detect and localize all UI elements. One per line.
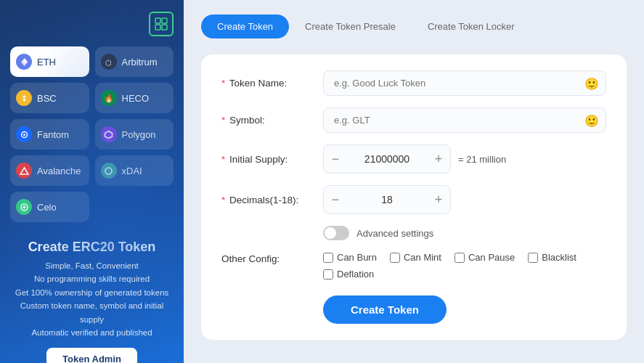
advanced-settings-toggle[interactable] bbox=[323, 226, 349, 240]
polygon-icon bbox=[101, 126, 117, 142]
token-name-label: * Token Name: bbox=[221, 78, 323, 89]
sidebar-item-avalanche[interactable]: Avalanche bbox=[10, 155, 89, 186]
svg-rect-2 bbox=[155, 25, 160, 30]
sidebar-item-label-avalanche: Avalanche bbox=[37, 166, 81, 176]
svg-rect-3 bbox=[162, 25, 167, 30]
sidebar-title: Create ERC20 Token bbox=[10, 240, 174, 255]
svg-point-10 bbox=[23, 134, 25, 136]
decimals-increment-button[interactable]: + bbox=[427, 186, 450, 213]
decimals-decrement-button[interactable]: − bbox=[324, 186, 347, 213]
sidebar-logo bbox=[10, 12, 174, 36]
tab-bar: Create Token Create Token Presale Create… bbox=[201, 15, 627, 38]
sidebar-item-label-celo: Celo bbox=[37, 202, 57, 213]
blacklist-checkbox[interactable] bbox=[528, 253, 538, 263]
supply-controls: − + = 21 million bbox=[323, 144, 506, 174]
sidebar-item-xdai[interactable]: xDAI bbox=[95, 155, 174, 186]
tab-create-locker[interactable]: Create Token Locker bbox=[412, 15, 531, 38]
create-btn-wrap: Create Token bbox=[221, 295, 606, 324]
sidebar-item-label-bsc: BSC bbox=[37, 93, 57, 104]
can-pause-checkbox[interactable] bbox=[455, 253, 465, 263]
main-content: Create Token Create Token Presale Create… bbox=[184, 0, 644, 363]
celo-icon bbox=[16, 199, 32, 215]
supply-increment-button[interactable]: + bbox=[427, 145, 450, 173]
token-name-row: * Token Name: 🙂 bbox=[221, 70, 606, 96]
svg-point-13 bbox=[105, 168, 112, 174]
sidebar-desc-text: Simple, Fast, Convenient No programming … bbox=[10, 259, 174, 339]
blacklist-item[interactable]: Blacklist bbox=[528, 252, 576, 263]
sidebar-item-label-polygon: Polygon bbox=[122, 129, 156, 140]
svg-marker-7 bbox=[23, 95, 26, 98]
can-pause-item[interactable]: Can Pause bbox=[455, 252, 515, 263]
fantom-icon bbox=[16, 126, 32, 142]
svg-rect-0 bbox=[155, 18, 160, 23]
svg-text:⬡: ⬡ bbox=[105, 59, 112, 67]
sidebar-item-label-eth: ETH bbox=[37, 57, 56, 68]
other-config-label: Other Config: bbox=[221, 252, 323, 264]
deflation-label: Deflation bbox=[337, 269, 374, 280]
can-mint-item[interactable]: Can Mint bbox=[390, 252, 441, 263]
arbitrum-icon: ⬡ bbox=[101, 54, 117, 70]
initial-supply-label: * Initial Supply: bbox=[221, 154, 323, 165]
sidebar-item-eth[interactable]: ETH bbox=[10, 46, 89, 77]
can-burn-checkbox[interactable] bbox=[323, 253, 333, 263]
svg-rect-1 bbox=[162, 18, 167, 23]
token-admin-button[interactable]: Token Admin bbox=[46, 348, 137, 363]
symbol-label: * Symbol: bbox=[221, 115, 323, 126]
logo-icon bbox=[149, 12, 174, 36]
svg-marker-11 bbox=[105, 131, 113, 138]
sidebar-item-fantom[interactable]: Fantom bbox=[10, 119, 89, 150]
supply-decrement-button[interactable]: − bbox=[324, 145, 347, 173]
config-checkboxes-row1: Can Burn Can Mint Can Pause Blacklist bbox=[323, 252, 576, 263]
sidebar-item-label-heco: HECO bbox=[122, 93, 150, 104]
sidebar-item-celo[interactable]: Celo bbox=[10, 192, 89, 222]
svg-marker-12 bbox=[20, 168, 28, 174]
symbol-input[interactable] bbox=[323, 107, 606, 133]
other-config-row: Other Config: Can Burn Can Mint Can Paus… bbox=[221, 252, 606, 280]
decimals-number-control: − + bbox=[323, 185, 451, 214]
sidebar-item-label-arbitrum: Arbitrum bbox=[122, 57, 158, 68]
initial-supply-row: * Initial Supply: − + = 21 million bbox=[221, 144, 606, 174]
network-grid: ETH ⬡ Arbitrum BSC 🔥 HECO Fantom bbox=[10, 46, 174, 222]
svg-marker-5 bbox=[24, 58, 28, 63]
decimals-label: * Decimals(1-18): bbox=[221, 195, 323, 205]
sidebar-item-arbitrum[interactable]: ⬡ Arbitrum bbox=[95, 46, 174, 77]
svg-point-15 bbox=[23, 205, 25, 208]
supply-input[interactable] bbox=[347, 147, 427, 171]
can-pause-label: Can Pause bbox=[468, 252, 515, 263]
avalanche-icon bbox=[16, 163, 32, 179]
sidebar-item-label-fantom: Fantom bbox=[37, 129, 69, 140]
config-options: Can Burn Can Mint Can Pause Blacklist bbox=[323, 252, 576, 280]
can-burn-item[interactable]: Can Burn bbox=[323, 252, 377, 263]
token-name-input[interactable] bbox=[323, 70, 606, 96]
create-token-button[interactable]: Create Token bbox=[323, 295, 447, 324]
decimals-row: * Decimals(1-18): − + bbox=[221, 185, 606, 214]
supply-equal-text: = 21 million bbox=[458, 154, 506, 165]
sidebar-item-bsc[interactable]: BSC bbox=[10, 83, 89, 113]
can-mint-checkbox[interactable] bbox=[390, 253, 400, 263]
tab-create-presale[interactable]: Create Token Presale bbox=[289, 15, 412, 38]
heco-icon: 🔥 bbox=[101, 90, 117, 106]
tab-create-token[interactable]: Create Token bbox=[201, 15, 289, 38]
sidebar-description: Create ERC20 Token Simple, Fast, Conveni… bbox=[10, 240, 174, 339]
deflation-item[interactable]: Deflation bbox=[323, 269, 374, 280]
sidebar-item-label-xdai: xDAI bbox=[122, 166, 142, 176]
supply-number-control: − + bbox=[323, 144, 451, 174]
sidebar-item-heco[interactable]: 🔥 HECO bbox=[95, 83, 174, 113]
xdai-icon bbox=[101, 163, 117, 179]
sidebar-item-polygon[interactable]: Polygon bbox=[95, 119, 174, 150]
token-name-emoji-icon[interactable]: 🙂 bbox=[584, 76, 599, 90]
sidebar: ETH ⬡ Arbitrum BSC 🔥 HECO Fantom bbox=[0, 0, 184, 363]
symbol-row: * Symbol: 🙂 bbox=[221, 107, 606, 133]
can-mint-label: Can Mint bbox=[404, 252, 441, 263]
form-panel: * Token Name: 🙂 * Symbol: 🙂 * Initia bbox=[201, 54, 627, 340]
eth-icon bbox=[16, 54, 32, 70]
advanced-settings-row: Advanced settings bbox=[323, 226, 606, 240]
decimals-input[interactable] bbox=[347, 188, 427, 211]
deflation-checkbox[interactable] bbox=[323, 269, 333, 280]
bsc-icon bbox=[16, 90, 32, 106]
token-name-input-wrap: 🙂 bbox=[323, 70, 606, 96]
config-checkboxes-row2: Deflation bbox=[323, 269, 576, 280]
blacklist-label: Blacklist bbox=[542, 252, 576, 263]
symbol-input-wrap: 🙂 bbox=[323, 107, 606, 133]
symbol-emoji-icon[interactable]: 🙂 bbox=[584, 113, 599, 127]
